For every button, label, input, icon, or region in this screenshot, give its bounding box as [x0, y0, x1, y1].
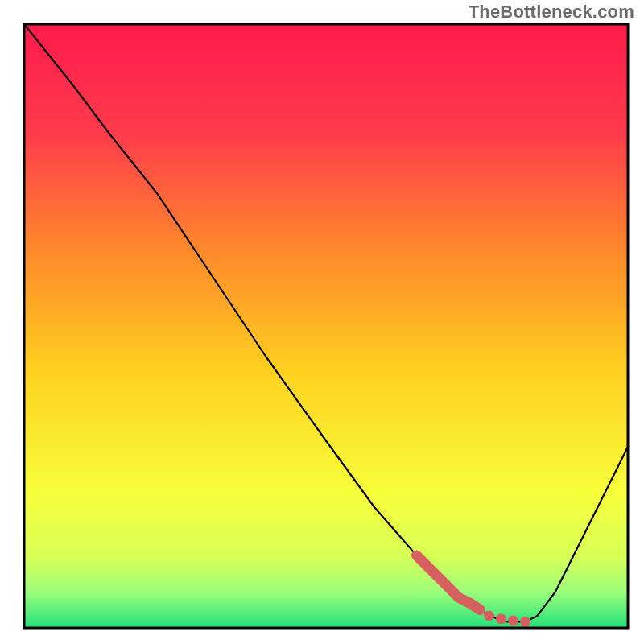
- highlight-dot: [496, 613, 506, 624]
- plot-background: [24, 24, 628, 628]
- highlight-dot: [508, 616, 518, 626]
- chart-container: { "attribution": "TheBottleneck.com", "c…: [0, 0, 644, 644]
- highlight-dot: [484, 611, 494, 621]
- bottleneck-chart: [0, 0, 644, 644]
- highlight-dot: [520, 617, 530, 627]
